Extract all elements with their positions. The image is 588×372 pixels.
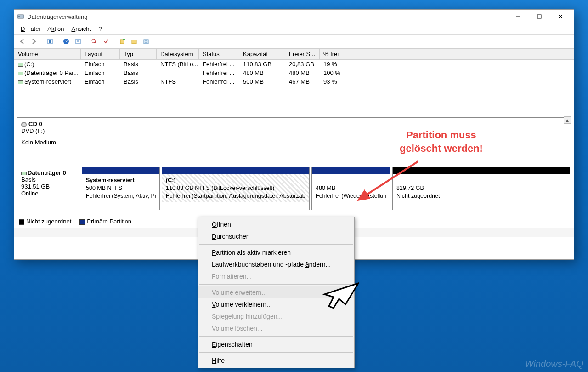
cm-change-drive-letter[interactable]: Laufwerkbuchstaben und -pfade ändern... bbox=[198, 258, 354, 270]
cd0-empty-area bbox=[81, 117, 571, 162]
cm-separator bbox=[199, 336, 353, 337]
legend-primary: Primäre Partition bbox=[79, 218, 131, 225]
drive-icon bbox=[18, 72, 23, 75]
partition-bar bbox=[82, 167, 159, 174]
close-button[interactable] bbox=[550, 10, 571, 23]
cursor-pointer-icon bbox=[322, 281, 359, 309]
svg-line-20 bbox=[358, 161, 418, 200]
disk-label-cd0: CD 0 DVD (F:) Kein Medium bbox=[17, 117, 81, 162]
cm-open[interactable]: Öffnen bbox=[198, 218, 354, 230]
nav-forward-icon[interactable] bbox=[29, 36, 39, 46]
svg-rect-7 bbox=[49, 40, 51, 43]
drive-icon bbox=[18, 63, 23, 67]
scroll-up-icon[interactable]: ▲ bbox=[564, 116, 571, 124]
app-icon bbox=[17, 13, 24, 20]
volume-row[interactable]: (C:) Einfach Basis NTFS (BitLo... Fehler… bbox=[14, 60, 574, 69]
titlebar[interactable]: Datenträgerverwaltung bbox=[14, 10, 574, 23]
disk-graphical-view: ▲ CD 0 DVD (F:) Kein Medium Datenträger … bbox=[14, 115, 574, 228]
window-controls bbox=[508, 10, 571, 23]
menubar: Datei Aktion Ansicht ? bbox=[14, 23, 574, 34]
annotation-arrow-icon bbox=[349, 159, 427, 209]
volume-row[interactable]: System-reserviert Einfach Basis NTFS Feh… bbox=[14, 77, 574, 86]
svg-point-13 bbox=[92, 39, 96, 43]
svg-rect-16 bbox=[132, 40, 136, 44]
col-header-type[interactable]: Typ bbox=[120, 49, 157, 59]
toolbar-separator bbox=[86, 37, 86, 46]
svg-rect-17 bbox=[144, 40, 148, 44]
cd-icon bbox=[21, 122, 27, 127]
check-icon[interactable] bbox=[101, 36, 111, 46]
col-header-layout[interactable]: Layout bbox=[81, 49, 120, 59]
volume-row[interactable]: (Datenträger 0 Par... Einfach Basis Fehl… bbox=[14, 69, 574, 77]
col-header-volume[interactable]: Volume bbox=[14, 49, 81, 59]
volume-list: Volume Layout Typ Dateisystem Status Kap… bbox=[14, 48, 574, 115]
cm-browse[interactable]: Durchsuchen bbox=[198, 230, 354, 242]
partition-c[interactable]: (C:) 110,83 GB NTFS (BitLocker-verschlüs… bbox=[162, 167, 310, 210]
col-header-fs[interactable]: Dateisystem bbox=[157, 49, 199, 59]
nav-back-icon[interactable] bbox=[17, 36, 27, 46]
window-title: Datenträgerverwaltung bbox=[27, 13, 88, 20]
properties-icon[interactable] bbox=[141, 36, 151, 46]
col-header-pctfree[interactable]: % frei bbox=[320, 49, 354, 59]
minimize-button[interactable] bbox=[508, 10, 529, 23]
drive-icon bbox=[21, 172, 27, 175]
disk-row-disk0[interactable]: Datenträger 0 Basis 931,51 GB Online Sys… bbox=[17, 166, 571, 211]
svg-line-14 bbox=[95, 42, 96, 44]
svg-rect-3 bbox=[537, 15, 541, 18]
col-header-capacity[interactable]: Kapazität bbox=[239, 49, 285, 59]
svg-rect-1 bbox=[18, 16, 20, 17]
menu-action[interactable]: Aktion bbox=[45, 24, 67, 33]
menu-file[interactable]: Datei bbox=[18, 24, 43, 33]
new-icon[interactable] bbox=[117, 36, 127, 46]
col-header-status[interactable]: Status bbox=[199, 49, 239, 59]
watermark: Windows-FAQ bbox=[525, 359, 583, 369]
disk-label-disk0: Datenträger 0 Basis 931,51 GB Online bbox=[17, 166, 81, 211]
annotation-text: Partition muss gelöscht werden! bbox=[400, 129, 483, 155]
cm-mark-active[interactable]: Partition als aktiv markieren bbox=[198, 246, 354, 258]
cm-delete-volume: Volume löschen... bbox=[198, 322, 354, 334]
toolbar-separator bbox=[114, 37, 114, 46]
legend-unallocated: Nicht zugeordnet bbox=[19, 218, 71, 225]
folder-icon[interactable] bbox=[129, 36, 139, 46]
volume-list-body: (C:) Einfach Basis NTFS (BitLo... Fehler… bbox=[14, 60, 574, 115]
cm-separator bbox=[199, 244, 353, 245]
toolbar: ? bbox=[14, 34, 574, 48]
col-header-spacer bbox=[354, 49, 574, 59]
disk0-partitions: System-reserviert 500 MB NTFS Fehlerfrei… bbox=[81, 166, 571, 211]
cm-format: Formatieren... bbox=[198, 270, 354, 282]
cm-help[interactable]: Hilfe bbox=[198, 355, 354, 366]
cm-add-mirror: Spiegelung hinzufügen... bbox=[198, 310, 354, 322]
volume-list-header: Volume Layout Typ Dateisystem Status Kap… bbox=[14, 48, 574, 60]
partition-system-reserved[interactable]: System-reserviert 500 MB NTFS Fehlerfrei… bbox=[82, 167, 160, 210]
cm-separator bbox=[199, 352, 353, 353]
refresh-icon[interactable] bbox=[45, 36, 55, 46]
menu-help[interactable]: ? bbox=[96, 24, 104, 33]
toolbar-separator bbox=[58, 37, 58, 46]
menu-view[interactable]: Ansicht bbox=[69, 24, 94, 33]
maximize-button[interactable] bbox=[529, 10, 550, 23]
scan-icon[interactable] bbox=[89, 36, 99, 46]
toolbar-separator bbox=[42, 37, 42, 46]
svg-text:?: ? bbox=[65, 39, 68, 44]
disk-row-cd0[interactable]: CD 0 DVD (F:) Kein Medium bbox=[17, 117, 571, 162]
cm-properties[interactable]: Eigenschaften bbox=[198, 338, 354, 350]
col-header-free[interactable]: Freier S... bbox=[285, 49, 320, 59]
partition-bar bbox=[162, 167, 309, 174]
help-icon[interactable]: ? bbox=[61, 36, 71, 46]
drive-icon bbox=[18, 80, 23, 84]
svg-rect-10 bbox=[76, 39, 80, 44]
settings-icon[interactable] bbox=[73, 36, 83, 46]
